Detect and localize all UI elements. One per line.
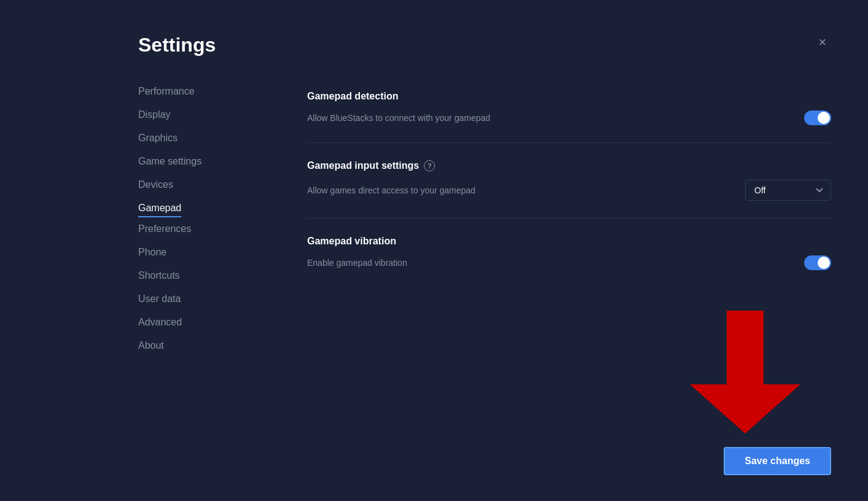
sidebar-item-graphics[interactable]: Graphics	[138, 126, 283, 150]
close-button[interactable]: ×	[814, 34, 831, 51]
gamepad-detection-row: Allow BlueStacks to connect with your ga…	[307, 111, 831, 125]
gamepad-vibration-section: Gamepad vibration Enable gamepad vibrati…	[307, 219, 831, 287]
page-title: Settings	[138, 34, 216, 56]
gamepad-vibration-row: Enable gamepad vibration	[307, 255, 831, 270]
content-area: Gamepad detection Allow BlueStacks to co…	[283, 68, 868, 300]
sidebar-item-gamepad[interactable]: Gamepad	[138, 196, 181, 217]
sidebar-item-performance[interactable]: Performance	[138, 80, 283, 103]
save-changes-button[interactable]: Save changes	[724, 447, 831, 475]
sidebar-item-phone[interactable]: Phone	[138, 241, 283, 264]
gamepad-input-row: Allow games direct access to your gamepa…	[307, 180, 831, 201]
sidebar-item-game-settings[interactable]: Game settings	[138, 150, 283, 173]
sidebar-item-devices[interactable]: Devices	[138, 173, 283, 196]
gamepad-vibration-toggle[interactable]	[804, 255, 831, 270]
gamepad-detection-description: Allow BlueStacks to connect with your ga…	[307, 113, 490, 123]
gamepad-input-help-icon[interactable]: ?	[424, 160, 435, 171]
svg-rect-0	[727, 311, 764, 384]
gamepad-input-title: Gamepad input settings ?	[307, 160, 831, 171]
settings-body: Performance Display Graphics Game settin…	[0, 68, 868, 501]
gamepad-detection-toggle[interactable]	[804, 111, 831, 125]
gamepad-vibration-description: Enable gamepad vibration	[307, 258, 407, 268]
content-wrapper: Gamepad detection Allow BlueStacks to co…	[283, 68, 868, 501]
sidebar-item-about[interactable]: About	[138, 334, 283, 357]
arrow-overlay	[684, 305, 807, 440]
gamepad-vibration-title: Gamepad vibration	[307, 236, 831, 247]
sidebar-item-preferences[interactable]: Preferences	[138, 217, 283, 241]
sidebar-item-display[interactable]: Display	[138, 103, 283, 126]
sidebar-item-shortcuts[interactable]: Shortcuts	[138, 264, 283, 287]
sidebar-item-user-data[interactable]: User data	[138, 287, 283, 311]
gamepad-detection-title: Gamepad detection	[307, 91, 831, 102]
settings-dialog: × Settings Performance Display Graphics …	[0, 0, 868, 501]
gamepad-input-dropdown[interactable]: Off On Auto	[745, 180, 831, 201]
sidebar: Performance Display Graphics Game settin…	[0, 68, 283, 501]
gamepad-detection-section: Gamepad detection Allow BlueStacks to co…	[307, 74, 831, 143]
gamepad-input-section: Gamepad input settings ? Allow games dir…	[307, 143, 831, 219]
sidebar-item-advanced[interactable]: Advanced	[138, 311, 283, 334]
svg-marker-1	[690, 384, 800, 433]
gamepad-input-description: Allow games direct access to your gamepa…	[307, 185, 475, 195]
